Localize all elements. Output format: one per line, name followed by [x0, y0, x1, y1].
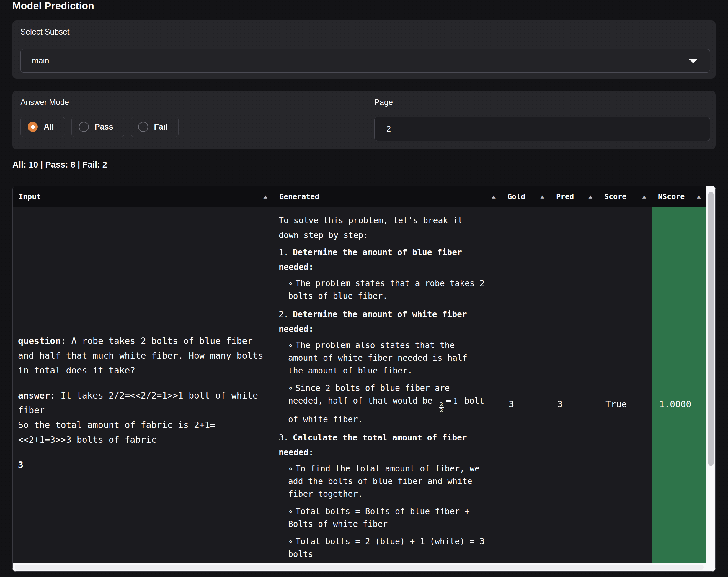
radio-option-pass-label: Pass — [95, 122, 113, 132]
radio-unselected-icon — [79, 122, 89, 132]
bullet-icon: ∘ — [288, 506, 293, 516]
subset-panel: Select Subset main — [12, 20, 716, 79]
page-title: Model Prediction — [12, 0, 94, 11]
column-header-label: Generated — [279, 192, 319, 201]
bullet-text: To find the total amount of fiber, we ad… — [288, 464, 480, 499]
radio-option-all-label: All — [44, 122, 54, 132]
section-heading: Determine the amount of blue fiber neede… — [279, 247, 462, 272]
horizontal-scrollbar[interactable] — [12, 563, 706, 572]
fraction-denominator: 2 — [439, 407, 444, 413]
list-number: 2. — [279, 309, 289, 319]
column-header-label: Pred — [556, 192, 574, 201]
bullet-text: The problem states that a robe takes 2 b… — [288, 278, 485, 301]
answer-text: So the total amount of fabric is 2+1= — [18, 420, 215, 430]
bullet-icon: ∘ — [288, 537, 293, 546]
radio-selected-icon — [28, 122, 38, 132]
list-number: 3. — [279, 433, 289, 442]
radio-option-fail-label: Fail — [154, 122, 168, 132]
answer-text: <<2+1=3>>3 bolts of fabric — [18, 435, 157, 445]
results-table: Input ▲ Generated ▲ Gold ▲ Pred ▲ Score … — [12, 186, 716, 572]
fraction-numerator: 2 — [440, 402, 443, 407]
bullet-text: Total bolts = Bolts of blue fiber + Bolt… — [288, 506, 470, 529]
column-header-label: Score — [604, 192, 626, 201]
subset-selected-value: main — [32, 56, 49, 65]
bullet-icon: ∘ — [288, 383, 293, 393]
answer-mode-radio-group: All Pass Fail — [20, 117, 179, 137]
sort-asc-icon: ▲ — [540, 193, 544, 199]
column-header-label: Gold — [508, 192, 525, 201]
pred-cell: 3 — [550, 208, 598, 563]
vertical-scrollbar-thumb[interactable] — [708, 192, 713, 466]
score-cell: True — [598, 208, 652, 563]
radio-option-all[interactable]: All — [20, 117, 65, 137]
section-heading: Calculate the total amount of fiber need… — [279, 433, 467, 457]
chevron-down-icon — [688, 59, 698, 63]
radio-option-fail[interactable]: Fail — [131, 117, 179, 137]
column-header-input[interactable]: Input ▲ — [12, 186, 273, 208]
stats-line: All: 10 | Pass: 8 | Fail: 2 — [12, 160, 107, 170]
sort-asc-icon: ▲ — [697, 193, 701, 199]
bullet-item: ∘The problem also states that the amount… — [288, 339, 487, 377]
answer-mode-label: Answer Mode — [20, 98, 69, 107]
section-heading: Determine the amount of white fiber need… — [279, 309, 467, 334]
gold-cell: 3 — [501, 208, 550, 563]
generated-section-2: 2.Determine the amount of white fiber ne… — [279, 307, 487, 426]
page-label: Page — [374, 98, 393, 107]
math-fraction: 22 — [439, 402, 444, 413]
input-cell: question: A robe takes 2 bolts of blue f… — [12, 208, 273, 563]
subset-select[interactable]: main — [20, 49, 710, 73]
column-header-label: NScore — [658, 192, 684, 201]
radio-dot-inner — [31, 125, 35, 129]
column-header-score[interactable]: Score ▲ — [598, 186, 652, 208]
generated-section-3: 3.Calculate the total amount of fiber ne… — [279, 431, 487, 560]
pred-value: 3 — [557, 397, 563, 412]
nscore-value: 1.0000 — [659, 397, 691, 412]
bullet-text: Since 2 bolts of blue fiber are needed, … — [288, 383, 450, 406]
list-number: 1. — [279, 247, 289, 257]
gold-value: 3 — [509, 397, 514, 412]
generated-cell: To solve this problem, let's break it do… — [273, 208, 501, 563]
math-equals: = 1 — [445, 396, 459, 405]
bullet-item: ∘Total bolts = 2 (blue) + 1 (white) = 3 … — [288, 535, 487, 560]
sort-asc-icon: ▲ — [642, 193, 646, 199]
bullet-item: ∘Since 2 bolts of blue fiber are needed,… — [288, 382, 487, 426]
subset-label: Select Subset — [20, 27, 70, 36]
generated-section-1: 1.Determine the amount of blue fiber nee… — [279, 245, 487, 302]
radio-option-pass[interactable]: Pass — [72, 117, 124, 137]
page-input-value: 2 — [386, 125, 391, 134]
column-header-label: Input — [19, 192, 41, 201]
score-value: True — [605, 397, 627, 412]
filters-panel: Answer Mode All Pass Fail Page 2 — [12, 91, 716, 149]
sort-asc-icon: ▲ — [588, 193, 592, 199]
horizontal-scrollbar-thumb[interactable] — [15, 565, 704, 570]
bullet-item: ∘The problem states that a robe takes 2 … — [288, 277, 487, 302]
sort-asc-icon: ▲ — [263, 193, 267, 199]
answer-label: answer — [18, 390, 50, 401]
answer-paragraph: answer: It takes 2/2=<<2/2=1>>1 bolt of … — [18, 388, 267, 447]
column-header-gold[interactable]: Gold ▲ — [501, 186, 550, 208]
bullet-item: ∘To find the total amount of fiber, we a… — [288, 462, 487, 500]
sort-asc-icon: ▲ — [492, 193, 495, 199]
question-paragraph: question: A robe takes 2 bolts of blue f… — [18, 334, 267, 378]
bullet-icon: ∘ — [288, 464, 293, 473]
bullet-item: ∘Total bolts = Bolts of blue fiber + Bol… — [288, 505, 487, 530]
radio-unselected-icon — [138, 122, 148, 132]
column-header-pred[interactable]: Pred ▲ — [550, 186, 598, 208]
generated-intro: To solve this problem, let's break it do… — [279, 213, 487, 243]
nscore-cell: 1.0000 — [652, 208, 706, 563]
final-answer: 3 — [18, 458, 267, 472]
column-header-generated[interactable]: Generated ▲ — [273, 186, 501, 208]
bullet-text: The problem also states that the amount … — [288, 340, 467, 376]
question-label: question — [18, 336, 61, 346]
bullet-icon: ∘ — [288, 340, 293, 350]
page-input[interactable]: 2 — [374, 117, 710, 141]
vertical-scrollbar[interactable] — [706, 186, 716, 572]
column-header-nscore[interactable]: NScore ▲ — [652, 186, 706, 208]
answer-text: : It takes 2/2=<<2/2=1>>1 bolt of white … — [18, 390, 258, 415]
bullet-text: Total bolts = 2 (blue) + 1 (white) = 3 b… — [288, 537, 485, 559]
bullet-icon: ∘ — [288, 278, 293, 288]
